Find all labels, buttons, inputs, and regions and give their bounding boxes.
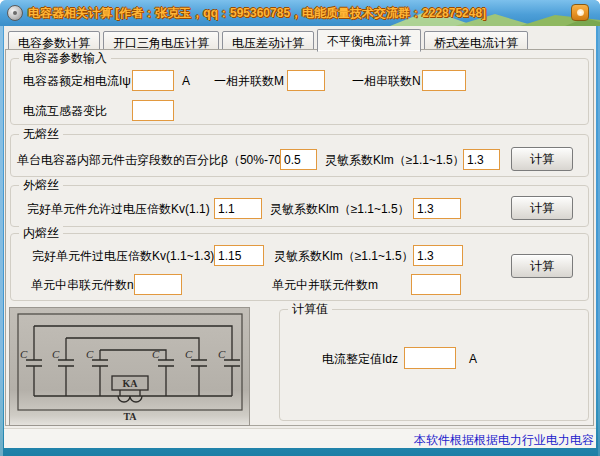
tab-unbalanced-current[interactable]: 不平衡电流计算 [317, 29, 421, 52]
capacitor-label: C [185, 348, 193, 360]
status-bar: 本软件根据根据电力行业电力电容 [4, 428, 596, 448]
window-title: 电容器相关计算 [作者：张克玉，qq：595360785，电能质量技术交流群：2… [28, 5, 486, 22]
calc-button-external-fuse[interactable]: 计算 [511, 196, 573, 220]
group-internal-fuse: 内熔丝 完好单元件过电压倍数Kv(1.1~1.3) 灵敏系数Klm（≥1.1~1… [10, 233, 589, 301]
group-title: 外熔丝 [19, 178, 63, 193]
parallel-elements-input[interactable] [411, 274, 461, 295]
series-elements-label: 单元中串联元件数n [31, 277, 134, 293]
overvoltage-kv-label: 完好单元件允许过电压倍数Kv(1.1) [27, 201, 210, 217]
rated-phase-current-unit: A [182, 73, 190, 89]
sensitivity-klm-input[interactable] [463, 149, 500, 170]
group-no-fuse: 无熔丝 单台电容器内部元件击穿段数的百分比β（50%-70%） 灵敏系数Klm（… [10, 134, 589, 177]
tab-bridge-differential-current[interactable]: 桥式差电流计算 [424, 31, 528, 51]
group-title: 无熔丝 [19, 127, 63, 142]
capacitor-label: C [52, 348, 60, 360]
group-title: 内熔丝 [19, 226, 63, 241]
group-calculated-values: 计算值 电流整定值Idz A [279, 309, 589, 421]
sensitivity-klm-input[interactable] [413, 245, 463, 266]
relay-ka-label: KA [123, 378, 139, 389]
series-count-label: 一相串联数N [352, 73, 421, 89]
group-title: 计算值 [288, 302, 332, 317]
current-setting-idz-label: 电流整定值Idz [322, 351, 398, 367]
capacitor-label: C [20, 348, 28, 360]
group-external-fuse: 外熔丝 完好单元件允许过电压倍数Kv(1.1) 灵敏系数Klm（≥1.1~1.5… [10, 185, 589, 227]
tab-voltage-differential[interactable]: 电压差动计算 [222, 31, 314, 51]
ct-ratio-input[interactable] [132, 100, 174, 121]
parallel-elements-label: 单元中并联元件数m [272, 277, 378, 293]
app-icon [7, 5, 23, 21]
close-button[interactable] [571, 4, 589, 21]
sensitivity-klm-input[interactable] [413, 198, 461, 219]
rated-phase-current-input[interactable] [132, 70, 174, 91]
tab-bar: 电容参数计算 开口三角电压计算 电压差动计算 不平衡电流计算 桥式差电流计算 [8, 29, 528, 51]
current-setting-idz-output[interactable] [404, 347, 456, 369]
capacitor-label: C [218, 348, 226, 360]
status-text: 本软件根据根据电力行业电力电容 [414, 432, 594, 448]
circuit-diagram-photo: C C C C C C KA TA [9, 307, 250, 426]
app-body: 电容参数计算 开口三角电压计算 电压差动计算 不平衡电流计算 桥式差电流计算 电… [4, 26, 596, 428]
parallel-count-input[interactable] [287, 70, 325, 91]
tab-open-delta-voltage[interactable]: 开口三角电压计算 [103, 31, 219, 51]
overvoltage-kv-label: 完好单元件过电压倍数Kv(1.1~1.3) [32, 248, 214, 264]
breakdown-percent-input[interactable] [280, 149, 317, 170]
parallel-count-label: 一相并联数M [214, 73, 284, 89]
titlebar: 电容器相关计算 [作者：张克玉，qq：595360785，电能质量技术交流群：2… [0, 0, 600, 26]
current-setting-idz-unit: A [469, 351, 477, 367]
tab-capacitor-params[interactable]: 电容参数计算 [8, 31, 100, 51]
bridge-circuit-diagram: C C C C C C KA TA [10, 308, 249, 425]
rated-phase-current-label: 电容器额定相电流Iψ [23, 73, 131, 89]
sensitivity-klm-label: 灵敏系数Klm（≥1.1~1.5） [325, 152, 465, 168]
capacitor-label: C [86, 348, 94, 360]
group-capacitor-param-input: 电容器参数输入 电容器额定相电流Iψ A 一相并联数M 一相串联数N 电流互感器… [10, 58, 589, 125]
series-elements-input[interactable] [134, 274, 182, 295]
sensitivity-klm-label: 灵敏系数Klm（≥1.1~1.5） [274, 248, 414, 264]
calc-button-no-fuse[interactable]: 计算 [511, 147, 573, 171]
calc-button-internal-fuse[interactable]: 计算 [511, 254, 573, 278]
app-window: 电容器相关计算 [作者：张克玉，qq：595360785，电能质量技术交流群：2… [0, 0, 600, 456]
sensitivity-klm-label: 灵敏系数Klm（≥1.1~1.5） [270, 201, 410, 217]
breakdown-percent-label: 单台电容器内部元件击穿段数的百分比β（50%-70%） [17, 152, 304, 168]
capacitor-label: C [152, 348, 160, 360]
group-title: 电容器参数输入 [19, 51, 111, 66]
overvoltage-kv-input[interactable] [214, 198, 262, 219]
tab-page-unbalanced-current: 电容器参数输入 电容器额定相电流Iψ A 一相并联数M 一相串联数N 电流互感器… [5, 49, 594, 426]
ct-ratio-label: 电流互感器变比 [23, 103, 107, 119]
overvoltage-kv-input[interactable] [214, 245, 264, 266]
series-count-input[interactable] [422, 70, 466, 91]
ct-ta-label: TA [123, 411, 137, 422]
